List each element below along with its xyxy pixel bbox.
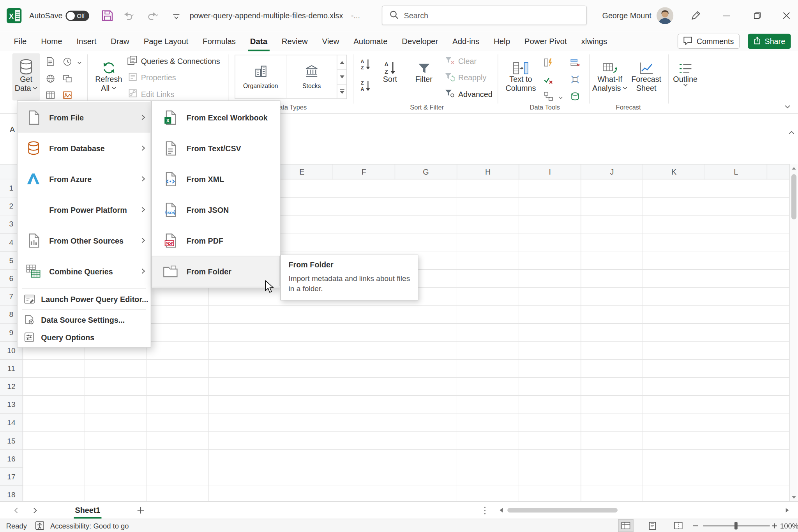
menu-item-from-folder[interactable]: From Folder <box>152 256 280 286</box>
tab-view[interactable]: View <box>315 31 346 51</box>
row-header-13[interactable]: 13 <box>0 396 23 414</box>
flash-fill-icon[interactable] <box>542 57 555 69</box>
outline-button[interactable]: Outline <box>671 53 699 101</box>
view-page-break-button[interactable] <box>670 519 685 532</box>
undo-button[interactable] <box>122 11 136 22</box>
tab-xlwings[interactable]: xlwings <box>574 31 614 51</box>
gallery-up-icon[interactable] <box>337 55 347 70</box>
view-page-layout-button[interactable] <box>645 519 660 532</box>
remove-duplicates-icon[interactable] <box>569 57 581 69</box>
avatar[interactable] <box>657 7 673 25</box>
existing-connections-icon[interactable] <box>61 72 74 85</box>
sheet-tab-sheet1[interactable]: Sheet1 <box>72 502 104 518</box>
tab-draw[interactable]: Draw <box>104 31 136 51</box>
vertical-scrollbar[interactable] <box>789 164 798 501</box>
tab-developer[interactable]: Developer <box>395 31 445 51</box>
share-button[interactable]: Share <box>748 34 791 49</box>
vertical-scrollbar-thumb[interactable] <box>791 174 796 219</box>
column-header-j[interactable]: J <box>581 164 643 179</box>
from-text-csv-icon[interactable] <box>44 55 56 68</box>
get-data-button[interactable]: Get Data <box>12 53 40 101</box>
customize-toolbar-icon[interactable] <box>173 13 180 21</box>
comments-button[interactable]: Comments <box>678 34 740 49</box>
row-header-11[interactable]: 11 <box>0 360 23 378</box>
from-picture-icon[interactable] <box>61 89 74 101</box>
tab-splitter-grip[interactable] <box>481 502 489 518</box>
recent-sources-icon[interactable] <box>61 55 74 68</box>
menu-item-from-other-sources[interactable]: From Other Sources <box>18 225 151 256</box>
sort-descending-icon[interactable]: ZA <box>359 80 372 92</box>
tab-insert[interactable]: Insert <box>69 31 104 51</box>
gallery-down-icon[interactable] <box>337 70 347 84</box>
data-type-stocks[interactable]: Stocks <box>286 55 337 98</box>
sheet-nav-left-icon[interactable] <box>9 502 23 518</box>
redo-button[interactable] <box>147 11 161 22</box>
row-header-18[interactable]: 18 <box>0 486 23 501</box>
row-header-14[interactable]: 14 <box>0 414 23 432</box>
tab-help[interactable]: Help <box>487 31 517 51</box>
data-type-organization[interactable]: Organization <box>235 55 286 98</box>
from-web-icon[interactable] <box>44 72 56 85</box>
autosave-toggle[interactable]: Off <box>65 11 89 21</box>
column-header-g[interactable]: G <box>395 164 457 179</box>
chevron-down-icon[interactable] <box>554 92 567 104</box>
accessibility-status[interactable]: Accessibility: Good to go <box>50 522 129 530</box>
name-box[interactable]: A <box>10 125 15 134</box>
chevron-down-icon[interactable] <box>73 57 86 69</box>
save-button[interactable] <box>101 10 113 23</box>
hscroll-right-icon[interactable] <box>783 502 791 518</box>
sort-ascending-icon[interactable]: AZ <box>359 58 372 71</box>
filter-button[interactable]: Filter <box>411 53 437 101</box>
consolidate-icon[interactable] <box>569 73 581 86</box>
horizontal-scrollbar-thumb[interactable] <box>507 508 618 513</box>
tab-power-pivot[interactable]: Power Pivot <box>517 31 574 51</box>
menu-item-from-power-platform[interactable]: From Power Platform <box>18 194 151 225</box>
tab-file[interactable]: File <box>7 31 34 51</box>
menu-item-from-text-csv[interactable]: From Text/CSV <box>152 133 280 164</box>
menu-item-query-options[interactable]: Query Options <box>18 329 151 346</box>
tab-review[interactable]: Review <box>274 31 315 51</box>
manage-data-model-icon[interactable] <box>569 90 581 103</box>
menu-item-launch-power-query-editor[interactable]: Launch Power Query Editor... <box>18 290 151 308</box>
scroll-down-icon[interactable] <box>790 493 798 501</box>
restore-button[interactable] <box>745 0 769 31</box>
column-header-i[interactable]: I <box>519 164 581 179</box>
data-validation-icon[interactable] <box>542 73 555 86</box>
tab-page-layout[interactable]: Page Layout <box>136 31 195 51</box>
add-sheet-button[interactable] <box>134 502 147 518</box>
column-header-h[interactable]: H <box>457 164 519 179</box>
tab-automate[interactable]: Automate <box>346 31 395 51</box>
tab-formulas[interactable]: Formulas <box>196 31 243 51</box>
forecast-sheet-button[interactable]: Forecast Sheet <box>630 53 662 101</box>
column-header-l[interactable]: L <box>705 164 767 179</box>
minimize-button[interactable] <box>715 0 738 31</box>
hscroll-left-icon[interactable] <box>497 502 505 518</box>
tab-home[interactable]: Home <box>34 31 69 51</box>
zoom-level[interactable]: 100% <box>780 522 796 530</box>
menu-item-from-xml[interactable]: From XML <box>152 163 280 194</box>
tab-add-ins[interactable]: Add-ins <box>445 31 487 51</box>
collapse-ribbon-icon[interactable] <box>785 101 790 110</box>
menu-item-from-json[interactable]: JSONFrom JSON <box>152 194 280 225</box>
menu-item-combine-queries[interactable]: Combine Queries <box>18 256 151 286</box>
refresh-all-button[interactable]: Refresh All <box>94 53 124 101</box>
from-table-range-icon[interactable] <box>44 89 56 101</box>
close-button[interactable] <box>774 0 798 31</box>
menu-item-from-excel-workbook[interactable]: XFrom Excel Workbook <box>152 102 280 133</box>
column-header-k[interactable]: K <box>643 164 705 179</box>
sheet-nav-right-icon[interactable] <box>29 502 42 518</box>
menu-item-data-source-settings[interactable]: Data Source Settings... <box>18 311 151 329</box>
row-header-16[interactable]: 16 <box>0 450 23 468</box>
relationships-icon[interactable] <box>542 90 555 103</box>
what-if-analysis-button[interactable]: What-If Analysis <box>593 53 626 101</box>
scroll-up-icon[interactable] <box>790 164 798 172</box>
zoom-out-button[interactable] <box>691 519 700 532</box>
column-header-e[interactable]: E <box>271 164 333 179</box>
menu-item-from-file[interactable]: From File <box>18 102 151 133</box>
sort-button[interactable]: AZ Sort <box>378 53 402 101</box>
menu-item-from-database[interactable]: From Database <box>18 133 151 164</box>
collapse-formula-bar-icon[interactable] <box>789 127 794 136</box>
queries-connections-button[interactable]: Queries & Connections <box>127 54 220 67</box>
row-header-12[interactable]: 12 <box>0 378 23 396</box>
view-normal-button[interactable] <box>618 519 633 532</box>
